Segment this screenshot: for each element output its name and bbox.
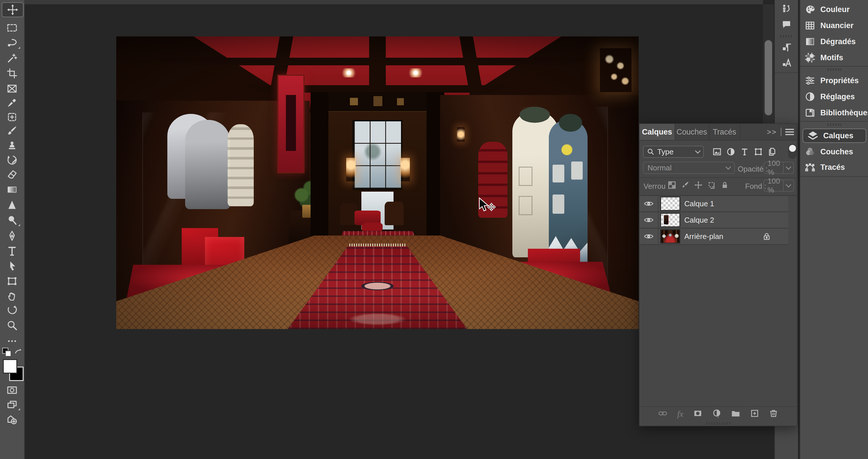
dock-item-motifs[interactable]: Motifs — [800, 51, 868, 65]
lock-transparency-icon[interactable] — [668, 181, 676, 189]
dock-grip[interactable] — [828, 68, 841, 71]
dock-item-bibliotheques[interactable]: Bibliothèques — [800, 105, 868, 120]
layer-row-calque-1[interactable]: Calque 1 — [640, 196, 788, 212]
link-layers-button[interactable] — [658, 409, 668, 419]
layer-name[interactable]: Calque 1 — [684, 199, 714, 208]
filter-toggle[interactable] — [788, 144, 797, 159]
healing-tool[interactable] — [0, 110, 24, 124]
lock-label: Verrou : — [644, 182, 670, 191]
layer-name[interactable]: Arrière-plan — [684, 232, 723, 241]
new-group-button[interactable] — [731, 409, 740, 419]
gradient-tool[interactable] — [0, 183, 24, 197]
frame-tool[interactable] — [0, 82, 24, 96]
lock-pixels-icon[interactable] — [681, 181, 689, 189]
dock-item-calques[interactable]: Calques — [803, 129, 866, 143]
quick-mask-button[interactable] — [0, 383, 24, 397]
lock-all-icon[interactable] — [720, 181, 729, 189]
divider — [781, 128, 781, 136]
lock-position-icon[interactable] — [694, 181, 703, 189]
panel-grip[interactable] — [780, 35, 793, 38]
fill-field[interactable]: 100 % — [764, 179, 794, 192]
filter-adjustment-layers-icon[interactable] — [724, 146, 737, 158]
dock-item-degrades[interactable]: Dégradés — [800, 34, 868, 49]
panel-resize-grip[interactable] — [706, 422, 732, 425]
visibility-toggle[interactable] — [640, 196, 658, 211]
crop-tool[interactable] — [0, 67, 24, 80]
history-icon[interactable] — [775, 2, 798, 15]
gradient-icon — [805, 36, 815, 47]
dock-item-proprietes[interactable]: Propriétés — [800, 73, 868, 88]
tab-traces[interactable]: Tracés — [709, 124, 741, 140]
tab-label: Couches — [677, 128, 707, 136]
filter-smart-objects-icon[interactable] — [766, 146, 778, 158]
dock-grip[interactable] — [828, 123, 841, 126]
dock-item-reglages[interactable]: Réglages — [800, 90, 868, 104]
tab-calques[interactable]: Calques — [640, 124, 675, 140]
clone-stamp-tool[interactable] — [0, 139, 24, 153]
layer-name[interactable]: Calque 2 — [684, 216, 714, 225]
dock-label: Nuancier — [820, 21, 854, 30]
layer-thumbnail[interactable] — [660, 213, 680, 227]
vertical-scrollbar-thumb[interactable] — [765, 40, 772, 115]
dock-label: Couches — [820, 147, 853, 156]
dock-item-nuancier[interactable]: Nuancier — [800, 19, 868, 33]
layer-style-button[interactable]: fx — [677, 409, 683, 419]
visibility-toggle[interactable] — [640, 229, 658, 244]
path-select-tool[interactable] — [0, 259, 24, 273]
layer2-content — [664, 215, 668, 224]
move-tool[interactable] — [2, 2, 24, 17]
type-tool[interactable] — [0, 244, 24, 258]
character-icon[interactable] — [775, 56, 798, 69]
dock-label: Motifs — [820, 53, 843, 62]
hand-tool[interactable] — [0, 289, 24, 303]
panel-collapse-button[interactable]: >> — [767, 128, 777, 136]
filter-type-layers-icon[interactable] — [738, 146, 751, 158]
screen-mode-button[interactable] — [0, 398, 24, 412]
history-brush-tool[interactable] — [0, 154, 24, 167]
opacity-field[interactable]: 100 % — [764, 162, 794, 174]
layer-row-calque-2[interactable]: Calque 2 — [640, 212, 788, 229]
dock-label: Propriétés — [820, 76, 859, 85]
layer-thumbnail[interactable] — [660, 197, 680, 211]
tab-couches[interactable]: Couches — [675, 124, 710, 140]
visibility-toggle[interactable] — [640, 212, 658, 228]
zoom-tool[interactable] — [0, 319, 24, 332]
layer-thumbnail[interactable] — [660, 229, 680, 243]
swap-colors-icon[interactable] — [14, 348, 22, 356]
marquee-tool[interactable] — [0, 21, 24, 35]
panel-menu-icon[interactable] — [785, 129, 794, 135]
default-colors-icon[interactable] — [2, 348, 11, 356]
layer-lock-icon — [763, 232, 771, 241]
delete-layer-button[interactable] — [769, 409, 778, 419]
paragraph-icon[interactable] — [775, 41, 798, 54]
layer-filter-select[interactable]: Type — [643, 146, 704, 158]
rotate-view-tool[interactable] — [0, 303, 24, 317]
libraries-icon — [805, 107, 815, 118]
foreground-color-swatch[interactable] — [3, 359, 17, 373]
sharpen-tool[interactable] — [0, 198, 24, 212]
adjustment-layer-button[interactable] — [712, 409, 721, 419]
shape-tool[interactable] — [0, 274, 24, 288]
dock-item-couleur[interactable]: Couleur — [800, 2, 868, 17]
filter-shape-layers-icon[interactable] — [752, 146, 765, 158]
pen-tool[interactable] — [0, 229, 24, 243]
layer-row-arriere-plan[interactable]: Arrière-plan — [640, 229, 788, 245]
lock-artboard-icon[interactable] — [707, 181, 716, 189]
brush-tool[interactable] — [0, 124, 24, 137]
tab-label: Tracés — [713, 128, 736, 136]
new-layer-button[interactable] — [750, 409, 759, 419]
add-mask-button[interactable] — [693, 409, 702, 419]
filter-pixel-layers-icon[interactable] — [711, 146, 723, 158]
dodge-tool[interactable] — [0, 214, 24, 227]
blend-mode-select[interactable]: Normal — [643, 162, 735, 174]
eraser-tool[interactable] — [0, 167, 24, 181]
add-image-button[interactable] — [0, 413, 24, 427]
comment-icon[interactable] — [775, 18, 798, 31]
toolbar-ellipsis[interactable] — [0, 334, 24, 348]
magic-wand-tool[interactable] — [0, 51, 24, 65]
eyedropper-tool[interactable] — [0, 96, 24, 109]
lasso-tool[interactable] — [0, 36, 24, 50]
canvas-image[interactable] — [116, 36, 639, 329]
dock-item-traces[interactable]: Tracés — [800, 160, 868, 174]
dock-item-couches[interactable]: Couches — [800, 144, 868, 159]
